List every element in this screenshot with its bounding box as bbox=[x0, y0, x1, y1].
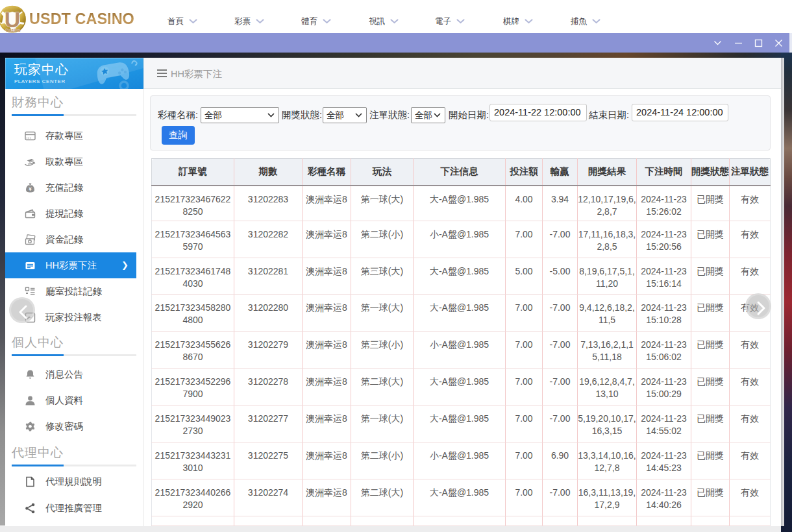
svg-text:Casino: Casino bbox=[5, 28, 20, 32]
svg-text:¥: ¥ bbox=[29, 186, 32, 192]
